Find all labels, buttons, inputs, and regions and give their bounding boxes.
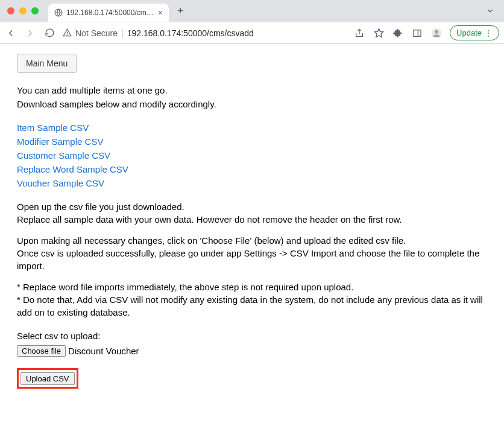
upload-section: Select csv to upload: Choose file Discou… bbox=[17, 330, 487, 389]
upload-label: Select csv to upload: bbox=[17, 330, 487, 342]
browser-tab[interactable]: 192.168.0.174:50000/cms/csv × bbox=[48, 4, 169, 22]
note-line-2: * Do note that, Add via CSV will not mod… bbox=[17, 293, 487, 319]
update-button[interactable]: Update ⋮ bbox=[450, 25, 499, 40]
open-line-2: Replace all sample data with your own da… bbox=[17, 213, 487, 226]
page-content: Main Menu You can add multiple items at … bbox=[0, 44, 504, 398]
svg-rect-4 bbox=[414, 30, 421, 36]
tab-close-icon[interactable]: × bbox=[158, 8, 163, 17]
window-close-icon[interactable] bbox=[7, 7, 14, 14]
tab-bar: 192.168.0.174:50000/cms/csv × + bbox=[0, 0, 504, 22]
extensions-icon[interactable] bbox=[392, 27, 404, 39]
window-minimize-icon[interactable] bbox=[19, 7, 27, 14]
link-replace-word-sample[interactable]: Replace Word Sample CSV bbox=[17, 163, 487, 176]
intro-line-1: You can add multiple items at one go. bbox=[17, 84, 487, 97]
window-controls bbox=[7, 7, 39, 14]
address-bar[interactable]: Not Secure | 192.168.0.174:50000/cms/csv… bbox=[63, 28, 346, 38]
upon-instructions: Upon making all necessary changes, click… bbox=[17, 234, 487, 272]
forward-icon[interactable] bbox=[24, 27, 36, 39]
main-menu-button[interactable]: Main Menu bbox=[17, 54, 77, 73]
kebab-icon: ⋮ bbox=[484, 29, 493, 37]
upon-line-1: Upon making all necessary changes, click… bbox=[17, 234, 487, 247]
selected-file-name: Discount Voucher bbox=[68, 345, 139, 357]
not-secure-icon bbox=[63, 28, 72, 37]
address-row: Not Secure | 192.168.0.174:50000/cms/csv… bbox=[0, 22, 504, 43]
reload-icon[interactable] bbox=[43, 27, 55, 39]
profile-icon[interactable] bbox=[430, 27, 443, 39]
open-line-1: Open up the csv file you just downloaded… bbox=[17, 200, 487, 213]
link-customer-sample[interactable]: Customer Sample CSV bbox=[17, 149, 487, 162]
separator: | bbox=[121, 28, 124, 38]
svg-point-2 bbox=[67, 34, 68, 35]
link-voucher-sample[interactable]: Voucher Sample CSV bbox=[17, 177, 487, 190]
intro-text: You can add multiple items at one go. Do… bbox=[17, 84, 487, 110]
sample-links: Item Sample CSV Modifier Sample CSV Cust… bbox=[17, 121, 487, 190]
link-item-sample[interactable]: Item Sample CSV bbox=[17, 121, 487, 134]
upload-button-highlight: Upload CSV bbox=[17, 368, 78, 389]
tabs-chevron-down-icon[interactable] bbox=[481, 7, 499, 15]
link-modifier-sample[interactable]: Modifier Sample CSV bbox=[17, 135, 487, 148]
upon-line-2: Once csv is uploaded successfully, pleas… bbox=[17, 247, 487, 272]
notes: * Replace word file imports immediately,… bbox=[17, 281, 487, 319]
security-label: Not Secure bbox=[75, 28, 118, 38]
new-tab-button[interactable]: + bbox=[174, 5, 187, 18]
panel-icon[interactable] bbox=[411, 27, 423, 39]
globe-icon bbox=[54, 8, 63, 17]
browser-chrome: 192.168.0.174:50000/cms/csv × + Not Secu… bbox=[0, 0, 504, 44]
upload-csv-button[interactable]: Upload CSV bbox=[20, 372, 75, 385]
file-input-row: Choose file Discount Voucher bbox=[17, 345, 487, 357]
url-text: 192.168.0.174:50000/cms/csvadd bbox=[127, 28, 254, 38]
window-maximize-icon[interactable] bbox=[31, 7, 39, 14]
toolbar-icons: Update ⋮ bbox=[353, 25, 499, 40]
svg-marker-3 bbox=[374, 28, 383, 37]
share-icon[interactable] bbox=[353, 27, 365, 39]
note-line-1: * Replace word file imports immediately,… bbox=[17, 281, 487, 293]
intro-line-2: Download samples below and modify accord… bbox=[17, 98, 487, 110]
back-icon[interactable] bbox=[5, 27, 17, 39]
tab-title: 192.168.0.174:50000/cms/csv bbox=[66, 8, 154, 17]
open-instructions: Open up the csv file you just downloaded… bbox=[17, 200, 487, 226]
star-icon[interactable] bbox=[373, 27, 385, 39]
choose-file-button[interactable]: Choose file bbox=[17, 345, 66, 357]
update-label: Update bbox=[456, 28, 482, 37]
svg-point-7 bbox=[435, 30, 438, 33]
